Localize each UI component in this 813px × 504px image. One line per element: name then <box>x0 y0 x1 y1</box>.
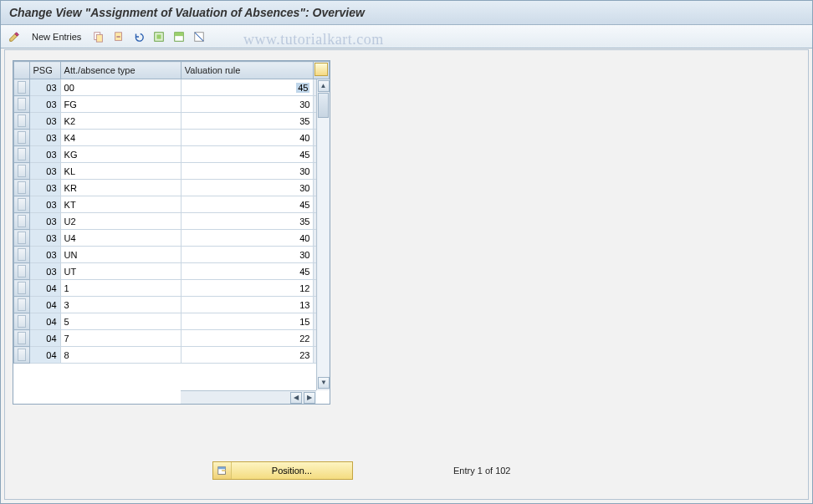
cell-valuation-rule[interactable]: 30 <box>181 96 314 113</box>
cell-absence-type[interactable]: FG <box>60 96 181 113</box>
new-entries-button[interactable]: New Entries <box>26 28 87 45</box>
scroll-right-icon[interactable]: ▶ <box>304 392 315 404</box>
table-settings-header[interactable] <box>314 62 330 79</box>
cell-valuation-rule[interactable]: 13 <box>181 297 314 313</box>
row-selector[interactable] <box>14 163 30 180</box>
copy-icon[interactable] <box>90 28 107 45</box>
cell-absence-type[interactable]: KL <box>60 163 181 180</box>
row-selector[interactable] <box>14 263 30 280</box>
cell-absence-type[interactable]: U2 <box>60 213 181 230</box>
select-block-icon[interactable] <box>171 28 187 45</box>
content-area: PSG Att./absence type Valuation rule 030… <box>4 49 809 500</box>
cell-psg[interactable]: 04 <box>29 330 60 347</box>
cell-valuation-rule[interactable]: 45 <box>181 263 314 280</box>
cell-absence-type[interactable]: UN <box>60 247 181 263</box>
row-selector[interactable] <box>14 96 30 113</box>
scroll-left-icon[interactable]: ◀ <box>290 392 302 404</box>
undo-icon[interactable] <box>130 28 147 45</box>
cell-valuation-rule[interactable]: 12 <box>181 280 314 297</box>
cell-psg[interactable]: 03 <box>29 247 60 263</box>
cell-valuation-rule[interactable]: 15 <box>181 313 314 330</box>
cell-absence-type[interactable]: KR <box>60 180 181 196</box>
horizontal-scrollbar[interactable]: ◀ ▶ <box>181 390 316 404</box>
cell-absence-type[interactable]: KG <box>60 146 181 163</box>
cell-absence-type[interactable]: 1 <box>60 280 181 297</box>
cell-psg[interactable]: 03 <box>29 230 60 247</box>
cell-psg[interactable]: 03 <box>29 213 60 230</box>
col-header-type[interactable]: Att./absence type <box>60 62 181 79</box>
cell-absence-type[interactable]: 5 <box>60 313 181 330</box>
cell-absence-type[interactable]: U4 <box>60 230 181 247</box>
cell-valuation-rule[interactable]: 35 <box>181 213 314 230</box>
cell-valuation-rule[interactable]: 35 <box>181 113 314 130</box>
cell-psg[interactable]: 03 <box>29 146 60 163</box>
row-selector[interactable] <box>14 347 30 364</box>
row-selector[interactable] <box>14 247 30 263</box>
cell-valuation-rule[interactable]: 40 <box>181 230 314 247</box>
cell-psg[interactable]: 03 <box>29 180 60 196</box>
cell-psg[interactable]: 03 <box>29 113 60 130</box>
vertical-scrollbar[interactable]: ▲ ▼ <box>316 79 330 390</box>
cell-valuation-rule[interactable]: 45 <box>181 196 314 213</box>
scroll-up-icon[interactable]: ▲ <box>318 80 330 92</box>
row-selector[interactable] <box>14 330 30 347</box>
cell-psg[interactable]: 04 <box>29 313 60 330</box>
cell-valuation-rule[interactable]: 45 <box>181 146 314 163</box>
col-header-psg[interactable]: PSG <box>29 62 60 79</box>
select-all-icon[interactable] <box>151 28 167 45</box>
cell-psg[interactable]: 03 <box>29 163 60 180</box>
edit-icon[interactable] <box>6 28 23 45</box>
row-selector[interactable] <box>14 146 30 163</box>
scroll-track[interactable] <box>318 93 329 377</box>
cell-psg[interactable]: 03 <box>29 96 60 113</box>
cell-psg[interactable]: 04 <box>29 347 60 364</box>
deselect-icon[interactable] <box>191 28 207 45</box>
row-selector[interactable] <box>14 313 30 330</box>
cell-psg[interactable]: 03 <box>29 130 60 146</box>
scroll-down-icon[interactable]: ▼ <box>318 377 330 389</box>
row-selector[interactable] <box>14 180 30 196</box>
cell-valuation-rule[interactable]: 30 <box>181 247 314 263</box>
cell-absence-type[interactable]: 7 <box>60 330 181 347</box>
position-icon <box>213 462 232 479</box>
row-selector[interactable] <box>14 230 30 247</box>
cell-psg[interactable]: 03 <box>29 79 60 96</box>
position-button[interactable]: Position... <box>212 461 353 480</box>
new-entries-label: New Entries <box>32 32 81 42</box>
cell-valuation-rule[interactable]: 40 <box>181 130 314 146</box>
row-selector-header[interactable] <box>14 62 30 79</box>
col-header-rule[interactable]: Valuation rule <box>181 62 314 79</box>
cell-absence-type[interactable]: UT <box>60 263 181 280</box>
svg-rect-3 <box>117 36 120 38</box>
table-header-row: PSG Att./absence type Valuation rule <box>14 62 330 79</box>
row-selector[interactable] <box>14 196 30 213</box>
table-row: 03KT45 <box>14 196 330 213</box>
cell-valuation-rule[interactable]: 23 <box>181 347 314 364</box>
cell-valuation-rule[interactable]: 22 <box>181 330 314 347</box>
row-selector[interactable] <box>14 280 30 297</box>
cell-absence-type[interactable]: K4 <box>60 130 181 146</box>
row-selector[interactable] <box>14 297 30 313</box>
title-bar: Change View "Assignment of Valuation of … <box>1 1 812 25</box>
scroll-thumb[interactable] <box>318 93 329 118</box>
cell-psg[interactable]: 04 <box>29 280 60 297</box>
cell-psg[interactable]: 03 <box>29 196 60 213</box>
cell-absence-type[interactable]: K2 <box>60 113 181 130</box>
table-settings-icon[interactable] <box>314 63 328 76</box>
row-selector[interactable] <box>14 113 30 130</box>
row-selector[interactable] <box>14 79 30 96</box>
entry-counter: Entry 1 of 102 <box>453 466 511 476</box>
row-selector[interactable] <box>14 130 30 146</box>
cell-psg[interactable]: 03 <box>29 263 60 280</box>
table-row: 04515 <box>14 313 330 330</box>
cell-absence-type[interactable]: 00 <box>60 79 181 96</box>
cell-absence-type[interactable]: 8 <box>60 347 181 364</box>
cell-absence-type[interactable]: KT <box>60 196 181 213</box>
cell-psg[interactable]: 04 <box>29 297 60 313</box>
cell-valuation-rule[interactable]: 30 <box>181 163 314 180</box>
cell-absence-type[interactable]: 3 <box>60 297 181 313</box>
cell-valuation-rule[interactable]: 30 <box>181 180 314 196</box>
cell-valuation-rule[interactable]: 45 <box>181 79 314 96</box>
row-selector[interactable] <box>14 213 30 230</box>
copy-alt-icon[interactable] <box>110 28 127 45</box>
